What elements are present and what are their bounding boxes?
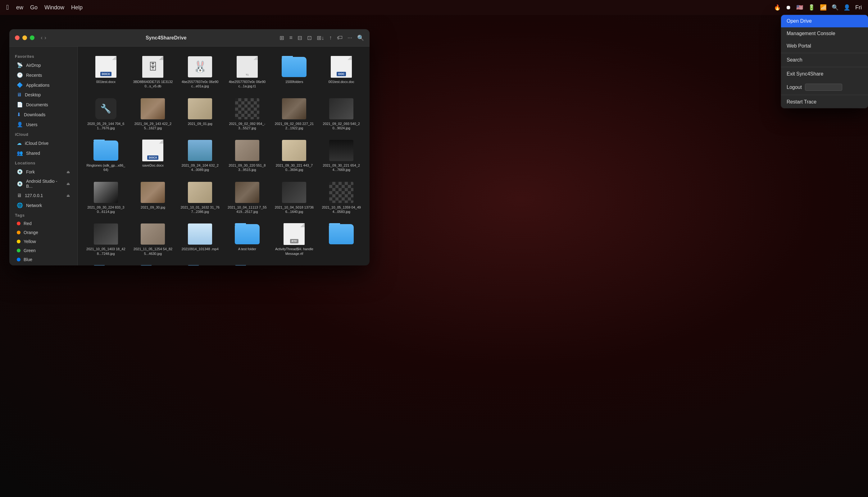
file-item-2021-09-30d[interactable]: 2021_09_30_224 833_30...6114.jpg — [84, 179, 128, 217]
file-thumb-checkerB — [329, 182, 354, 203]
minimize-button[interactable] — [23, 36, 27, 40]
file-item-2021-09-30c[interactable]: 2021_09_30_221 654_24...7669.jpg — [319, 137, 363, 175]
logout-input[interactable] — [805, 84, 842, 91]
sidebar-tag-green[interactable]: Green — [11, 246, 75, 255]
tag-icon[interactable]: 🏷 — [337, 34, 342, 41]
sidebar-tag-orange[interactable]: Orange — [11, 228, 75, 237]
file-item-1500folders[interactable]: 1500folders — [273, 53, 317, 92]
forward-button[interactable]: › — [44, 34, 46, 41]
search-menubar-icon[interactable]: 🔍 — [832, 4, 838, 11]
menu-item-open-drive[interactable]: Open Drive — [781, 15, 868, 27]
file-thumb-room2b — [235, 182, 260, 203]
file-name-2021-10-05a: 2021_10_05_1359 04_494...0583.jpg — [321, 205, 362, 214]
file-item-2021-09-30-jpg[interactable]: 2021_09_30.jpg — [131, 179, 175, 217]
sidebar-item-documents[interactable]: 📄 Documents — [11, 100, 75, 110]
context-menu: Open Drive Management Console Web Portal… — [781, 15, 868, 108]
flag-icon[interactable]: 🇺🇸 — [796, 4, 803, 11]
sidebar-item-icloud[interactable]: ☁ iCloud Drive — [11, 138, 75, 148]
file-item-t1[interactable]: T1 4be25577837e0c 06e90c...1a.jpg.t1 — [225, 53, 269, 92]
file-name-2021-10-05b: 2021_10_05_1403 18_428...7248.jpg — [86, 247, 126, 256]
nav-arrows: ‹ › — [41, 34, 46, 41]
android-eject-icon[interactable]: ⏏ — [67, 182, 70, 186]
file-item-2021-04[interactable]: 2021_04_29_143 422_25...1627.jpg — [131, 95, 175, 134]
file-item-001test-doc[interactable]: DOC 001test.docx.doc — [319, 53, 363, 92]
menu-item-exit-sync4share[interactable]: Exit Sync4Share — [781, 68, 868, 80]
file-item-db[interactable]: 🗄 3BD8B640DE715 1E31320...s_v5.db — [131, 53, 175, 92]
file-item-2021-10-04b[interactable]: 2021_10_04_5018 137366...1640.jpg — [273, 179, 317, 217]
sidebar-item-downloads[interactable]: ⬇ Downloads — [11, 110, 75, 119]
battery-icon[interactable]: 🔋 — [808, 4, 815, 11]
apple-menu[interactable]:  — [6, 3, 9, 12]
file-item-folder-5[interactable] — [225, 262, 269, 266]
file-item-folder-1[interactable] — [319, 220, 363, 259]
back-button[interactable]: ‹ — [41, 34, 43, 41]
file-item-2021-10-05b[interactable]: 2021_10_05_1403 18_428...7248.jpg — [84, 220, 128, 259]
file-item-folder-2[interactable] — [84, 262, 128, 266]
file-item-2020[interactable]: 🔧 2020_05_29_144 704_61...7676.jpg — [84, 95, 128, 134]
file-item-mp4[interactable]: 20210914_101348 .mp4 — [178, 220, 222, 259]
sidebar-item-applications[interactable]: 🔷 Applications — [11, 80, 75, 90]
file-item-ringtones[interactable]: Ringtones (sdk_gp...x86_64) — [84, 137, 128, 175]
sidebar-item-fork[interactable]: 💿 Fork ⏏ — [11, 167, 75, 176]
sidebar-item-airdrop[interactable]: 📡 AirDrop — [11, 60, 75, 70]
fork-eject-icon[interactable]: ⏏ — [67, 170, 70, 174]
gallery-view-icon[interactable]: ⊡ — [307, 34, 312, 41]
file-item-rtf[interactable]: RTF ActivityThread$H. handleMessage.rtf — [273, 220, 317, 259]
menubar-window[interactable]: Window — [44, 4, 64, 11]
file-item-savedoc[interactable]: DOCX saveDoc.docx — [131, 137, 175, 175]
sidebar-item-android-studio[interactable]: 💿 Android Studio - B... ⏏ — [11, 177, 75, 190]
file-item-test-folder[interactable]: A test folder — [225, 220, 269, 259]
file-item-2021-09-02b[interactable]: 2021_09_02_093 227_212...1922.jpg — [273, 95, 317, 134]
sidebar-tag-purple[interactable]: Purple — [11, 264, 75, 266]
user-icon[interactable]: 👤 — [843, 4, 850, 11]
grid-view-icon[interactable]: ⊞ — [279, 34, 284, 41]
file-item-2021-09-02c[interactable]: 2021_09_02_093 540_20...9024.jpg — [319, 95, 363, 134]
search-icon[interactable]: 🔍 — [357, 34, 364, 41]
sidebar-item-network[interactable]: 🌐 Network — [11, 200, 75, 210]
menubar-help[interactable]: Help — [71, 4, 83, 11]
file-item-2021-11-05[interactable]: 2021_11_05_1254 54_825...4630.jpg — [131, 220, 175, 259]
group-icon[interactable]: ⊞↓ — [317, 34, 324, 41]
sidebar-tag-yellow[interactable]: Yellow — [11, 237, 75, 246]
share-icon[interactable]: ↑ — [329, 34, 332, 41]
file-item-2021-09-24[interactable]: 2021_09_24_104 632_24...0089.jpg — [178, 137, 222, 175]
wifi-icon[interactable]: 📶 — [820, 4, 827, 11]
shared-icon: 👥 — [17, 150, 23, 156]
sidebar-item-recents[interactable]: 🕐 Recents — [11, 70, 75, 80]
menubar-go[interactable]: Go — [30, 4, 38, 11]
menu-item-search[interactable]: Search — [781, 54, 868, 66]
file-thumb-2021-04 — [141, 98, 165, 120]
more-icon[interactable]: ··· — [348, 34, 352, 41]
column-view-icon[interactable]: ⊟ — [297, 34, 302, 41]
menubar-ew[interactable]: ew — [16, 4, 23, 11]
file-item-2021-09-01[interactable]: 2021_09_01.jpg — [178, 95, 222, 134]
sync4share-icon[interactable]: 🔥 — [774, 4, 781, 11]
menu-item-restart-trace[interactable]: Restart Trace — [781, 96, 868, 108]
sidebar-tag-red[interactable]: Red — [11, 219, 75, 228]
menu-item-management-console[interactable]: Management Console — [781, 27, 868, 40]
list-view-icon[interactable]: ≡ — [289, 34, 293, 41]
sidebar-item-users[interactable]: 👤 Users — [11, 120, 75, 129]
file-item-2021-10-05a[interactable]: 2021_10_05_1359 04_494...0583.jpg — [319, 179, 363, 217]
localhost-eject-icon[interactable]: ⏏ — [67, 193, 70, 198]
sidebar-tag-blue[interactable]: Blue — [11, 255, 75, 264]
file-item-folder-4[interactable] — [178, 262, 222, 266]
sidebar-item-desktop[interactable]: 🖥 Desktop — [11, 90, 75, 99]
menu-item-logout[interactable]: Logout — [781, 80, 868, 94]
file-item-rabbit[interactable]: 🐰 4be25577837e0c 06e90c...e01a.jpg — [178, 53, 222, 92]
file-name-ringtones: Ringtones (sdk_gp...x86_64) — [86, 163, 126, 172]
menu-item-web-portal[interactable]: Web Portal — [781, 40, 868, 52]
file-item-2021-09-30b[interactable]: 2021_09_30_221 443_70...3694.jpg — [273, 137, 317, 175]
file-item-2021-09-30a[interactable]: 2021_09_30_220 551_83...9515.jpg — [225, 137, 269, 175]
file-name-rabbit: 4be25577837e0c 06e90c...e01a.jpg — [180, 80, 220, 89]
file-item-2021-10-04a[interactable]: 2021_10_04_11113 7_55419...2517.jpg — [225, 179, 269, 217]
file-item-folder-3[interactable] — [131, 262, 175, 266]
file-item-2021-09-02a[interactable]: 2021_09_02_092 954_-3...5527.jpg — [225, 95, 269, 134]
file-item-001test-docx[interactable]: DOCX 001test.docx — [84, 53, 128, 92]
maximize-button[interactable] — [30, 36, 34, 40]
close-button[interactable] — [15, 36, 19, 40]
sidebar-item-localhost[interactable]: 🖥 127.0.0.1 ⏏ — [11, 191, 75, 200]
record-icon[interactable]: ⏺ — [786, 4, 791, 11]
file-item-2021-10-01[interactable]: 2021_10_01_1632 31_767...2386.jpg — [178, 179, 222, 217]
sidebar-item-shared[interactable]: 👥 Shared — [11, 148, 75, 158]
